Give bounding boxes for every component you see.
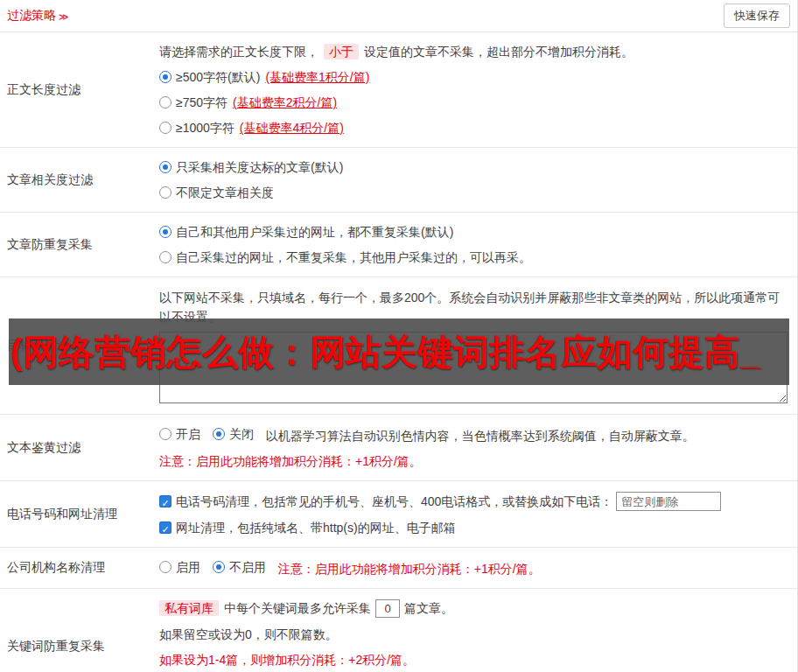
radio-button[interactable] <box>159 226 172 238</box>
row-content-keyword-dedup: 私有词库中每个关键词最多允许采集篇文章。 如果留空或设为0，则不限篇数。 如果设… <box>159 589 797 672</box>
relevance-option-strict[interactable]: 只采集相关度达标的文章(默认) <box>159 158 790 176</box>
settings-row-company-clean: 公司机构名称清理 启用 不启用 注意：启用此功能将增加积分消耗：+1积分/篇。 <box>0 548 797 589</box>
row-content-phone-url-clean: 电话号码清理，包括常见的手机号、座机号、400电话格式，或替换成如下电话： 网址… <box>159 481 797 547</box>
line1-end: 篇文章。 <box>404 601 453 615</box>
option-label: 网址清理，包括纯域名、带http(s)的网址、电子邮箱 <box>176 519 456 536</box>
settings-row-article-dedup: 文章防重复采集 自己和其他用户采集过的网址，都不重复采集(默认) 自己采集过的网… <box>0 213 797 277</box>
option-label: ≥1000字符 <box>176 119 234 136</box>
option-label: 只采集相关度达标的文章(默认) <box>176 158 343 176</box>
rate-note: (基础费率1积分/篇) <box>265 68 369 86</box>
watermark-text: (网络营销怎么做：网站关键词排名应如何提高_ <box>10 328 761 376</box>
relevance-option-any[interactable]: 不限定文章相关度 <box>159 184 790 201</box>
length-option-500[interactable]: ≥500字符(默认) (基础费率1积分/篇) <box>159 68 790 86</box>
row-label-porn-filter: 文本鉴黄过滤 <box>0 415 159 480</box>
radio-button[interactable] <box>159 96 172 108</box>
row-content-length-filter: 请选择需求的正文长度下限，小于设定值的文章不采集，超出部分不增加积分消耗。 ≥5… <box>159 32 797 147</box>
dedup-option-self-only[interactable]: 自己采集过的网址，不重复采集，其他用户采集过的，可以再采。 <box>159 248 790 266</box>
replacement-phone-input[interactable] <box>616 492 721 511</box>
url-clean-checkbox[interactable] <box>159 522 172 534</box>
porn-option-on[interactable]: 开启 <box>159 425 200 443</box>
section-title-wrap: 过滤策略 ≫ <box>7 8 69 24</box>
line1-mid: 中每个关键词最多允许采集 <box>224 601 371 615</box>
row-content-porn-filter: 开启 关闭 以机器学习算法自动识别色情内容，当色情概率达到系统阈值，自动屏蔽文章… <box>159 415 797 480</box>
option-label: 开启 <box>176 425 200 443</box>
settings-row-length-filter: 正文长度过滤 请选择需求的正文长度下限，小于设定值的文章不采集，超出部分不增加积… <box>0 32 797 148</box>
row-label-company-clean: 公司机构名称清理 <box>0 548 159 588</box>
row-content-relevance-filter: 只采集相关度达标的文章(默认) 不限定文章相关度 <box>159 148 797 212</box>
option-label: 电话号码清理，包括常见的手机号、座机号、400电话格式，或替换成如下电话： <box>176 493 612 510</box>
quick-save-button[interactable]: 快速保存 <box>724 4 790 28</box>
option-label: ≥500字符(默认) <box>176 68 260 86</box>
porn-option-off[interactable]: 关闭 <box>213 425 254 443</box>
porn-filter-options: 开启 关闭 以机器学习算法自动识别色情内容，当色情概率达到系统阈值，自动屏蔽文章… <box>159 425 790 444</box>
keyword-dedup-line3: 如果设为1-4篇，则增加积分消耗：+2积分/篇。 <box>159 651 790 668</box>
intro-pre: 请选择需求的正文长度下限， <box>159 45 318 59</box>
filter-settings-page: 过滤策略 ≫ 快速保存 正文长度过滤 请选择需求的正文长度下限，小于设定值的文章… <box>0 0 798 672</box>
option-label: 不限定文章相关度 <box>176 184 274 201</box>
radio-button[interactable] <box>213 428 225 440</box>
watermark-overlay: (网络营销怎么做：网站关键词排名应如何提高_ <box>9 318 789 385</box>
rate-note: (基础费率2积分/篇) <box>233 94 337 111</box>
company-option-off[interactable]: 不启用 <box>213 558 266 576</box>
settings-row-porn-filter: 文本鉴黄过滤 开启 关闭 以机器学习算法自动识别色情内容，当色情概率达到系统阈值… <box>0 415 797 481</box>
radio-button[interactable] <box>159 186 172 199</box>
rate-note: (基础费率4积分/篇) <box>240 119 344 136</box>
intro-post: 设定值的文章不采集，超出部分不增加积分消耗。 <box>364 45 634 59</box>
chevron-down-icon[interactable]: ≫ <box>59 11 69 23</box>
radio-button[interactable] <box>159 251 172 263</box>
option-label: 自己采集过的网址，不重复采集，其他用户采集过的，可以再采。 <box>176 248 531 266</box>
length-filter-intro: 请选择需求的正文长度下限，小于设定值的文章不采集，超出部分不增加积分消耗。 <box>159 43 790 60</box>
row-label-relevance-filter: 文章相关度过滤 <box>0 148 159 212</box>
porn-filter-note: 注意：启用此功能将增加积分消耗：+1积分/篇。 <box>159 452 790 470</box>
page-title: 过滤策略 <box>7 8 56 24</box>
row-label-length-filter: 正文长度过滤 <box>0 32 159 147</box>
length-option-1000[interactable]: ≥1000字符 (基础费率4积分/篇) <box>159 119 790 136</box>
row-label-article-dedup: 文章防重复采集 <box>0 213 159 276</box>
radio-button[interactable] <box>213 561 225 573</box>
settings-row-keyword-dedup: 关键词防重复采集 私有词库中每个关键词最多允许采集篇文章。 如果留空或设为0，则… <box>0 589 797 672</box>
option-label: ≥750字符 <box>176 94 228 111</box>
keyword-dedup-line2: 如果留空或设为0，则不限篇数。 <box>159 626 790 643</box>
row-content-company-clean: 启用 不启用 注意：启用此功能将增加积分消耗：+1积分/篇。 <box>159 548 797 588</box>
row-label-phone-url-clean: 电话号码和网址清理 <box>0 481 159 547</box>
row-content-article-dedup: 自己和其他用户采集过的网址，都不重复采集(默认) 自己采集过的网址，不重复采集，… <box>159 213 797 276</box>
keyword-dedup-line1: 私有词库中每个关键词最多允许采集篇文章。 <box>159 599 790 618</box>
radio-button[interactable] <box>159 161 172 173</box>
topbar: 过滤策略 ≫ 快速保存 <box>0 0 797 32</box>
option-label: 启用 <box>176 558 200 576</box>
dedup-option-global[interactable]: 自己和其他用户采集过的网址，都不重复采集(默认) <box>159 223 790 241</box>
porn-filter-desc: 以机器学习算法自动识别色情内容，当色情概率达到系统阈值，自动屏蔽文章。 <box>266 429 695 443</box>
radio-button[interactable] <box>159 561 172 573</box>
company-clean-note: 注意：启用此功能将增加积分消耗：+1积分/篇。 <box>278 562 541 576</box>
option-label: 自己和其他用户采集过的网址，都不重复采集(默认) <box>176 223 453 241</box>
private-lexicon-tag: 私有词库 <box>159 600 219 616</box>
less-than-tag: 小于 <box>324 44 359 60</box>
company-clean-options: 启用 不启用 注意：启用此功能将增加积分消耗：+1积分/篇。 <box>159 558 790 578</box>
length-option-750[interactable]: ≥750字符 (基础费率2积分/篇) <box>159 94 790 111</box>
option-label: 不启用 <box>229 558 266 576</box>
radio-button[interactable] <box>159 71 172 83</box>
max-articles-input[interactable] <box>375 599 400 618</box>
company-option-on[interactable]: 启用 <box>159 558 200 576</box>
option-label: 关闭 <box>229 425 254 443</box>
radio-button[interactable] <box>159 122 172 134</box>
radio-button[interactable] <box>159 428 172 440</box>
row-label-keyword-dedup: 关键词防重复采集 <box>0 589 159 672</box>
settings-row-phone-url-clean: 电话号码和网址清理 电话号码清理，包括常见的手机号、座机号、400电话格式，或替… <box>0 481 797 548</box>
url-clean-option[interactable]: 网址清理，包括纯域名、带http(s)的网址、电子邮箱 <box>159 519 790 536</box>
phone-clean-option[interactable]: 电话号码清理，包括常见的手机号、座机号、400电话格式，或替换成如下电话： <box>159 492 790 511</box>
settings-row-relevance-filter: 文章相关度过滤 只采集相关度达标的文章(默认) 不限定文章相关度 <box>0 148 797 213</box>
phone-clean-checkbox[interactable] <box>159 495 172 508</box>
